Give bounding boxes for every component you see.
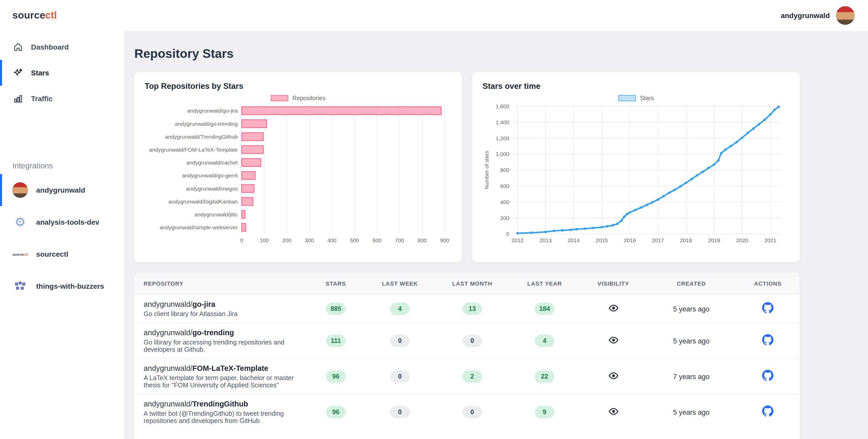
sidebar-item-label: Stars: [31, 69, 49, 77]
svg-text:1,400: 1,400: [496, 119, 509, 125]
visibility-cell: [580, 323, 647, 359]
bar-chart-title: Top Repositories by Stars: [145, 82, 452, 91]
last-week-cell: 0: [365, 359, 435, 394]
svg-text:andygrunwald/simple-webserver: andygrunwald/simple-webserver: [160, 224, 238, 230]
eye-icon[interactable]: [608, 304, 619, 312]
stat-badge: 22: [535, 370, 554, 383]
integration-sourcectl[interactable]: sourcectl sourcectl: [0, 238, 124, 270]
column-header-month: Last month: [435, 273, 509, 295]
github-icon[interactable]: [762, 405, 773, 417]
repo-link[interactable]: andygrunwald/TrendingGithub: [144, 400, 299, 408]
user-avatar[interactable]: [836, 6, 855, 25]
integration-analysis-tools-dev[interactable]: ⚙ analysis-tools-dev: [0, 206, 124, 238]
repo-table-body: andygrunwald/go-jiraGo client library fo…: [134, 295, 800, 430]
legend-swatch-stars: [618, 95, 636, 101]
last-week-cell: 0: [365, 394, 435, 430]
stat-badge: 885: [326, 303, 346, 315]
stat-badge: 96: [326, 370, 346, 383]
repo-link[interactable]: andygrunwald/go-trending: [144, 328, 299, 337]
svg-text:andygrunwald/jitic: andygrunwald/jitic: [194, 212, 238, 217]
visibility-cell: [580, 295, 647, 323]
column-header-week: Last week: [365, 273, 435, 295]
svg-text:500: 500: [350, 237, 359, 243]
svg-text:2019: 2019: [708, 237, 720, 243]
sourcectl-logo-icon: sourcectl: [12, 246, 28, 262]
svg-text:andygrunwald/go-gerrit: andygrunwald/go-gerrit: [182, 173, 238, 179]
svg-text:600: 600: [500, 183, 509, 189]
github-icon[interactable]: [762, 334, 773, 346]
eye-icon[interactable]: [608, 336, 619, 344]
stars-over-time-card: Stars over time Stars 02004006008001,000…: [472, 72, 800, 262]
svg-text:200: 200: [282, 237, 291, 243]
svg-text:andygrunwald/FOM-LaTeX-Templat: andygrunwald/FOM-LaTeX-Template: [149, 147, 238, 153]
created-cell: 7 years ago: [647, 359, 736, 394]
last-month-cell: 13: [435, 295, 509, 323]
sidebar-item-dashboard[interactable]: Dashboard: [0, 34, 124, 60]
bar-chart[interactable]: 0100200300400500600700800900andygrunwald…: [145, 102, 452, 247]
column-header-actions: Actions: [736, 273, 800, 295]
last-year-cell: 9: [509, 394, 580, 430]
svg-text:andygrunwald/DigitalKanban: andygrunwald/DigitalKanban: [168, 198, 238, 205]
actions-cell: [736, 394, 800, 430]
sourcectl-logo[interactable]: sourcectl: [0, 0, 124, 31]
svg-text:2015: 2015: [596, 237, 608, 243]
line-chart-legend[interactable]: Stars: [483, 95, 789, 101]
last-year-cell: 22: [509, 359, 580, 394]
legend-label: Repositories: [292, 95, 326, 101]
column-header-stars: Stars: [307, 273, 365, 295]
integration-andygrunwald[interactable]: andygrunwald: [0, 174, 124, 206]
github-icon[interactable]: [762, 370, 773, 381]
stat-badge: 4: [390, 303, 410, 315]
line-chart-title: Stars over time: [483, 82, 789, 91]
stat-badge: 9: [535, 406, 554, 418]
traffic-icon: [12, 93, 24, 104]
bar-chart-legend[interactable]: Repositories: [145, 95, 452, 101]
svg-text:andygrunwald/cachet: andygrunwald/cachet: [186, 160, 238, 165]
svg-text:2013: 2013: [539, 237, 552, 243]
svg-text:200: 200: [500, 215, 509, 221]
svg-text:andygrunwald/TrendingGithub: andygrunwald/TrendingGithub: [165, 134, 238, 140]
stat-badge: 0: [390, 335, 410, 347]
integration-things-with-buzzers[interactable]: things-with-buzzers: [0, 270, 124, 302]
integration-label: sourcectl: [36, 250, 68, 258]
repo-link[interactable]: andygrunwald/FOM-LaTeX-Template: [144, 364, 299, 372]
svg-text:1,000: 1,000: [496, 151, 509, 157]
sidebar: sourcectl Dashboard Stars: [0, 0, 124, 439]
integration-label: things-with-buzzers: [36, 282, 104, 290]
svg-text:2016: 2016: [624, 237, 636, 243]
user-avatar: [12, 182, 28, 198]
stat-badge: 0: [390, 406, 410, 418]
svg-text:2021: 2021: [764, 237, 776, 243]
svg-text:andygrunwald/go-trending: andygrunwald/go-trending: [175, 121, 238, 127]
svg-text:300: 300: [305, 237, 314, 243]
svg-text:andygrunwald/go-jira: andygrunwald/go-jira: [187, 108, 238, 114]
last-week-cell: 4: [365, 295, 435, 323]
line-chart[interactable]: 02004006008001,0001,2001,4001,6002012201…: [483, 102, 789, 247]
eye-icon[interactable]: [608, 372, 619, 379]
stat-badge: 0: [462, 335, 482, 347]
svg-text:700: 700: [395, 237, 404, 243]
created-cell: 5 years ago: [647, 323, 736, 359]
sidebar-item-traffic[interactable]: Traffic: [0, 86, 124, 112]
stat-badge: 0: [390, 370, 410, 383]
stars-cell: 111: [307, 323, 365, 359]
svg-text:2018: 2018: [680, 237, 692, 243]
github-icon[interactable]: [762, 302, 773, 313]
repo-link[interactable]: andygrunwald/go-jira: [144, 300, 299, 308]
last-month-cell: 0: [435, 323, 509, 359]
svg-text:800: 800: [417, 237, 427, 243]
stat-badge: 111: [326, 335, 346, 347]
current-user-name[interactable]: andygrunwald: [781, 11, 830, 20]
column-header-created: Created: [647, 273, 736, 295]
buzzers-icon: [12, 278, 28, 294]
stars-cell: 96: [307, 394, 365, 430]
last-year-cell: 4: [509, 323, 580, 359]
svg-text:100: 100: [259, 237, 269, 243]
created-cell: 5 years ago: [647, 394, 736, 430]
svg-text:andygrunwald/megos: andygrunwald/megos: [186, 186, 238, 192]
eye-icon[interactable]: [608, 407, 619, 415]
svg-text:800: 800: [500, 167, 509, 173]
sidebar-item-stars[interactable]: Stars: [0, 60, 124, 86]
stat-badge: 2: [462, 370, 482, 383]
top-bar: andygrunwald: [124, 0, 868, 31]
